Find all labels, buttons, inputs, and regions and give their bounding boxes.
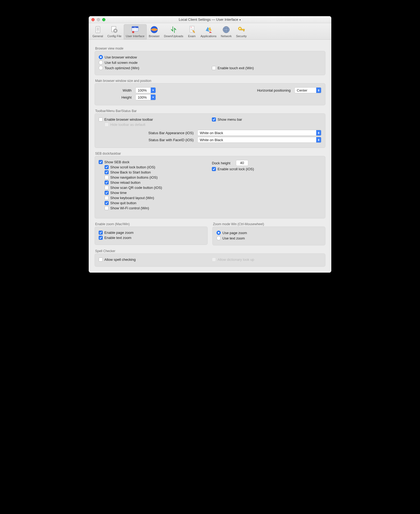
content: Browser view mode Use browser window Use… bbox=[89, 40, 331, 273]
checkbox-time[interactable] bbox=[105, 191, 109, 195]
label-back-to-start: Show Back to Start button bbox=[110, 170, 151, 174]
checkbox-show-menu-bar[interactable] bbox=[212, 117, 216, 121]
section-dock-label: SEB dock/taskbar bbox=[95, 152, 325, 155]
svg-text:File: File bbox=[134, 27, 136, 28]
tab-user-interface[interactable]: File User Interface bbox=[124, 24, 147, 39]
config-file-icon bbox=[110, 25, 119, 34]
group-spell: Allow spell checking Allow dictionary lo… bbox=[95, 253, 325, 267]
updown-icon bbox=[316, 137, 321, 143]
label-time: Show time bbox=[110, 191, 127, 195]
label-use-full-screen: Use full screen mode bbox=[105, 61, 137, 65]
checkbox-back-to-start[interactable] bbox=[105, 170, 109, 174]
checkbox-nav-buttons[interactable] bbox=[105, 175, 109, 179]
group-bars: Enable browser window toolbar Hide toolb… bbox=[95, 113, 325, 148]
combo-status-ios[interactable]: White on Black bbox=[197, 130, 321, 136]
tab-security[interactable]: Security bbox=[234, 24, 249, 39]
svg-point-18 bbox=[223, 26, 229, 33]
tab-general[interactable]: General bbox=[90, 24, 105, 39]
radio-use-page-zoom[interactable] bbox=[216, 231, 221, 235]
checkbox-quit[interactable] bbox=[105, 201, 109, 205]
checkbox-allow-dict bbox=[212, 258, 216, 262]
label-wifi: Show Wi-Fi control (Win) bbox=[110, 206, 149, 210]
radio-use-browser-window[interactable] bbox=[99, 55, 103, 59]
group-zoom: Enable page zoom Enable text zoom bbox=[95, 227, 208, 245]
svg-rect-23 bbox=[241, 29, 245, 30]
close-icon[interactable] bbox=[91, 18, 95, 21]
updown-icon bbox=[316, 88, 321, 93]
security-icon bbox=[237, 25, 246, 34]
section-zoom-label: Enable zoom (Mac/Win) bbox=[95, 222, 208, 226]
toolbar: General Config File File User Interface … bbox=[89, 23, 331, 40]
label-use-text-zoom: Use text zoom bbox=[222, 236, 245, 240]
label-show-seb-dock: Show SEB dock bbox=[104, 160, 129, 164]
updown-icon bbox=[316, 130, 321, 136]
tab-browser[interactable]: Browser bbox=[147, 24, 162, 39]
label-horizontal-positioning: Horizontal positioning bbox=[257, 88, 293, 92]
combo-height[interactable]: 100% bbox=[135, 94, 156, 100]
checkbox-enable-text-zoom[interactable] bbox=[99, 236, 103, 240]
combo-status-faceid[interactable]: White on Black bbox=[197, 137, 321, 143]
chevron-down-icon bbox=[151, 88, 156, 93]
checkbox-qr[interactable] bbox=[105, 186, 109, 190]
checkbox-show-seb-dock[interactable] bbox=[99, 160, 103, 164]
checkbox-hide-toolbar bbox=[105, 123, 109, 127]
label-height: Height bbox=[99, 95, 134, 99]
radio-use-full-screen[interactable] bbox=[99, 60, 103, 65]
down-uploads-icon bbox=[169, 25, 178, 34]
radio-use-text-zoom[interactable] bbox=[216, 236, 221, 240]
label-allow-dict: Allow dictionary look up bbox=[218, 258, 254, 262]
network-icon bbox=[222, 25, 230, 34]
window-title: Local Client Settings — User Interface ▼ bbox=[89, 18, 331, 22]
combo-horizontal-positioning[interactable]: Center bbox=[294, 87, 321, 93]
label-dock-height: Dock height bbox=[212, 161, 230, 165]
svg-point-2 bbox=[98, 32, 98, 32]
label-status-ios: Status Bar Appearance (iOS) bbox=[99, 131, 196, 135]
checkbox-enable-touch-exit[interactable] bbox=[212, 66, 216, 70]
tab-network[interactable]: Network bbox=[219, 24, 234, 39]
label-enable-toolbar: Enable browser window toolbar bbox=[104, 117, 153, 121]
tab-down-uploads[interactable]: Down/Uploads bbox=[162, 24, 185, 39]
label-keyboard: Show keyboard layout (Win) bbox=[110, 196, 154, 200]
checkbox-enable-scroll-lock[interactable] bbox=[212, 167, 216, 171]
combo-height-value: 100% bbox=[136, 95, 151, 100]
section-spell-label: Spell Checker bbox=[95, 249, 325, 253]
label-touch-optimized: Touch optimized (Win) bbox=[105, 66, 139, 70]
tab-config-file[interactable]: Config File bbox=[105, 24, 124, 39]
label-status-faceid: Status Bar with FaceID (iOS) bbox=[99, 138, 196, 142]
checkbox-keyboard[interactable] bbox=[105, 196, 109, 200]
combo-status-ios-value: White on Black bbox=[198, 130, 316, 136]
svg-rect-1 bbox=[97, 27, 99, 31]
minimize-icon bbox=[97, 18, 100, 21]
svg-point-22 bbox=[239, 28, 241, 29]
tab-exam[interactable]: A+ Exam bbox=[185, 24, 198, 39]
label-enable-scroll-lock: Enable scroll lock (iOS) bbox=[218, 167, 254, 171]
combo-width[interactable]: 100% bbox=[135, 87, 156, 93]
section-bars-label: Toolbar/Menu Bar/Status Bar bbox=[95, 109, 325, 113]
titlebar: Local Client Settings — User Interface ▼ bbox=[89, 16, 331, 23]
radio-touch-optimized[interactable] bbox=[99, 66, 103, 70]
zoom-icon[interactable] bbox=[102, 18, 105, 21]
user-interface-icon: File bbox=[131, 25, 139, 34]
svg-rect-9 bbox=[132, 29, 135, 31]
svg-rect-10 bbox=[135, 29, 138, 31]
label-nav-buttons: Show navigation buttons (iOS) bbox=[110, 175, 158, 179]
label-hide-toolbar: Hide toolbar as default bbox=[110, 123, 145, 127]
combo-hpos-value: Center bbox=[295, 88, 316, 93]
tab-applications[interactable]: Applications bbox=[198, 24, 219, 39]
group-browser-view: Use browser window Use full screen mode … bbox=[95, 51, 325, 75]
checkbox-reload[interactable] bbox=[105, 180, 109, 185]
label-show-menu-bar: Show menu bar bbox=[218, 117, 242, 121]
combo-status-faceid-value: White on Black bbox=[198, 137, 316, 143]
checkbox-wifi[interactable] bbox=[105, 206, 109, 210]
checkbox-allow-spell[interactable] bbox=[99, 258, 103, 262]
checkbox-scroll-lock-button[interactable] bbox=[105, 165, 109, 169]
checkbox-enable-page-zoom[interactable] bbox=[99, 231, 103, 235]
svg-rect-24 bbox=[243, 30, 244, 31]
exam-icon: A+ bbox=[188, 25, 196, 34]
browser-icon bbox=[150, 25, 159, 34]
section-browser-view-label: Browser view mode bbox=[95, 47, 325, 50]
checkbox-enable-toolbar[interactable] bbox=[99, 117, 103, 121]
svg-point-11 bbox=[132, 31, 134, 33]
input-dock-height[interactable]: 40 bbox=[236, 160, 248, 166]
label-qr: Show scan QR code button (iOS) bbox=[110, 186, 162, 190]
